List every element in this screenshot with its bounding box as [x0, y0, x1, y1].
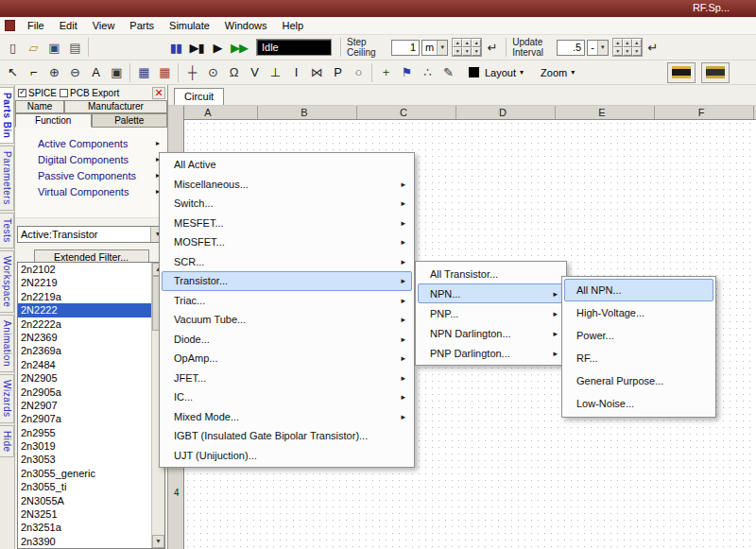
- menu-item[interactable]: RF...: [564, 347, 713, 369]
- menubar-item[interactable]: View: [85, 18, 123, 33]
- menubar-item[interactable]: Edit: [52, 18, 85, 33]
- node-dots-tool-icon[interactable]: ∴: [417, 62, 438, 83]
- text-tool-icon[interactable]: A: [85, 62, 106, 83]
- part-item[interactable]: 2n2102: [18, 263, 151, 276]
- menu-item[interactable]: NPN Darlington...: [418, 323, 564, 343]
- menu-item[interactable]: All NPN...: [564, 279, 713, 301]
- menu-item[interactable]: SCR...: [162, 252, 412, 272]
- menu-item[interactable]: OpAmp...: [162, 349, 412, 369]
- step-apply-button[interactable]: [482, 37, 503, 58]
- open-folder-icon[interactable]: ▱: [23, 37, 43, 58]
- menu-item[interactable]: Mixed Mode...: [162, 407, 412, 427]
- resistor-tool-icon[interactable]: ⊙: [202, 62, 223, 83]
- tree-item[interactable]: Virtual Components: [15, 183, 167, 199]
- tab-function[interactable]: Function: [15, 113, 92, 128]
- tab-circuit[interactable]: Circuit: [174, 88, 224, 105]
- spinner-up-button[interactable]: [462, 39, 472, 47]
- save-icon[interactable]: ▣: [43, 37, 64, 58]
- menu-item[interactable]: High-Voltage...: [564, 301, 713, 324]
- spinner-down-button[interactable]: [453, 47, 462, 56]
- tree-item[interactable]: Active Components: [15, 135, 167, 151]
- spice-checkbox[interactable]: SPICE: [18, 88, 57, 98]
- menu-item[interactable]: Switch...: [162, 194, 412, 214]
- unchecked-checkbox-icon[interactable]: [60, 89, 68, 97]
- tree-item[interactable]: Digital Components: [15, 151, 167, 167]
- sort-by-manufacturer-button[interactable]: Manufacturer: [64, 100, 167, 113]
- part-item[interactable]: 2n3055_ti: [18, 480, 151, 493]
- interval-apply-button[interactable]: [643, 37, 663, 58]
- update-interval-unit-combo[interactable]: -: [587, 40, 609, 56]
- menubar-item[interactable]: File: [20, 18, 52, 33]
- menu-item[interactable]: Power...: [564, 324, 713, 347]
- sort-by-name-button[interactable]: Name: [15, 100, 64, 113]
- pointer-tool-icon[interactable]: ↖: [2, 62, 23, 83]
- spinner-down-button[interactable]: [623, 47, 632, 56]
- menu-item[interactable]: Vacuum Tube...: [162, 310, 412, 330]
- side-tab[interactable]: Workspace: [0, 250, 14, 313]
- part-item[interactable]: 2n2955: [18, 426, 151, 439]
- spinner-down-button[interactable]: [632, 47, 642, 56]
- ground-tool-icon[interactable]: ⊥: [265, 62, 285, 83]
- spinner-down-button[interactable]: [462, 47, 472, 56]
- wire-tool-icon[interactable]: ⌐: [23, 62, 43, 83]
- pause-icon[interactable]: ▮▮: [165, 37, 186, 58]
- new-file-icon[interactable]: ▯: [2, 37, 23, 58]
- part-item[interactable]: 2n3390: [18, 535, 151, 548]
- zoom-dropdown[interactable]: Zoom: [534, 62, 581, 83]
- run-icon[interactable]: ▶: [207, 37, 228, 58]
- spinner-up-button[interactable]: [632, 39, 642, 47]
- netlist-chip-button[interactable]: [667, 62, 696, 83]
- menubar-item[interactable]: Simulate: [162, 18, 217, 33]
- power-probe-tool-icon[interactable]: P: [327, 62, 348, 83]
- diode-tool-icon[interactable]: ⋈: [306, 62, 327, 83]
- part-item[interactable]: 2N2219: [18, 276, 151, 289]
- fast-run-icon[interactable]: ▶▶: [228, 37, 250, 58]
- part-item[interactable]: 2n2484: [18, 358, 151, 371]
- checked-checkbox-icon[interactable]: [18, 89, 26, 97]
- flag-tool-icon[interactable]: ⚑: [396, 62, 417, 83]
- menubar-item[interactable]: Help: [274, 18, 311, 33]
- inductor-tool-icon[interactable]: Ω: [223, 62, 244, 83]
- tree-item[interactable]: Passive Components: [15, 167, 167, 183]
- interval-spinner[interactable]: [612, 38, 643, 57]
- spinner-up-button[interactable]: [453, 39, 462, 47]
- step-spinner[interactable]: [452, 38, 482, 57]
- menu-item[interactable]: IGBT (Insulated Gate Bipolar Transistor)…: [162, 426, 412, 446]
- menubar-item[interactable]: Parts: [122, 18, 162, 33]
- step-ceiling-unit-combo[interactable]: m: [421, 40, 448, 56]
- menu-item[interactable]: All Active: [162, 155, 412, 175]
- part-item[interactable]: 2n2219a: [18, 290, 151, 303]
- step-icon[interactable]: ▶▮: [186, 37, 207, 58]
- menu-item[interactable]: Low-Noise...: [564, 392, 713, 415]
- probe-pen-tool-icon[interactable]: ✎: [438, 62, 458, 83]
- part-item[interactable]: 2n2369a: [18, 344, 151, 357]
- menu-item[interactable]: IC...: [162, 387, 412, 407]
- chevron-down-icon[interactable]: [437, 41, 447, 55]
- menu-item[interactable]: Miscellaneous...: [162, 175, 412, 195]
- menu-item[interactable]: General Purpose...: [564, 369, 713, 392]
- chevron-down-icon[interactable]: [597, 41, 608, 55]
- menu-item[interactable]: PNP...: [418, 303, 564, 323]
- part-item[interactable]: 2n2907a: [18, 412, 151, 425]
- print-icon[interactable]: ▤: [64, 37, 85, 58]
- part-item[interactable]: 2n3019: [18, 439, 151, 453]
- voltmeter-tool-icon[interactable]: V: [244, 62, 265, 83]
- layout-dropdown[interactable]: Layout: [462, 62, 530, 83]
- side-tab[interactable]: Parts Bin: [0, 87, 14, 144]
- part-item[interactable]: 2n3053: [18, 453, 151, 466]
- part-item[interactable]: 2N2905: [18, 371, 151, 385]
- zoom-in-tool-icon[interactable]: ⊕: [43, 62, 64, 83]
- node-tool-icon[interactable]: ┼: [181, 62, 202, 83]
- part-item[interactable]: 2n2222a: [18, 317, 151, 331]
- part-item[interactable]: 2n3251a: [18, 521, 151, 534]
- menu-item[interactable]: JFET...: [162, 369, 412, 388]
- spinner-down-button[interactable]: [613, 47, 623, 56]
- grid-toggle-icon[interactable]: ▦: [133, 62, 154, 83]
- scroll-down-icon[interactable]: [152, 535, 164, 548]
- close-panel-button[interactable]: ✕: [152, 87, 165, 99]
- ammeter-tool-icon[interactable]: I: [285, 62, 306, 83]
- spinner-up-button[interactable]: [472, 39, 481, 47]
- spinner-up-button[interactable]: [613, 39, 623, 47]
- menu-item[interactable]: MESFET...: [162, 214, 412, 233]
- menu-item[interactable]: All Transistor...: [418, 264, 564, 283]
